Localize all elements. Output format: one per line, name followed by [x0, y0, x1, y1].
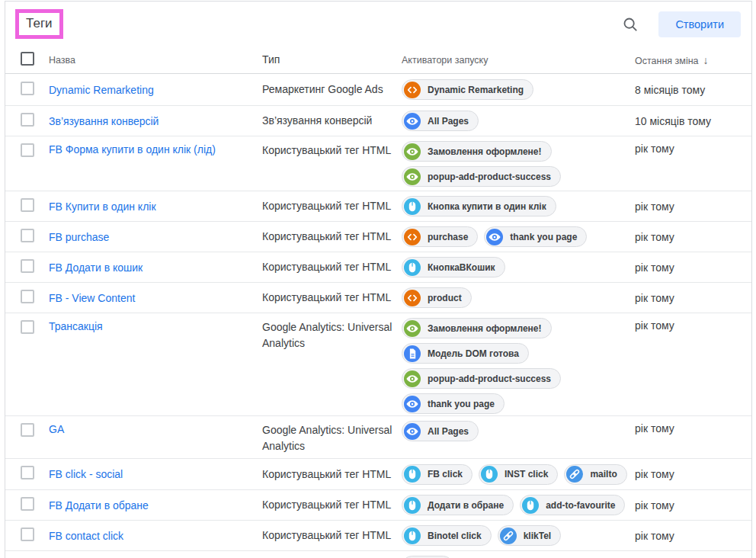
trigger-chip[interactable]: klikTel — [498, 525, 561, 546]
trigger-chip[interactable]: Модель DOM готова — [402, 343, 529, 364]
tag-type: Користувацький тег HTML — [262, 528, 402, 544]
trigger-list: Додати в обранеadd-to-favourite — [402, 495, 635, 515]
trigger-label: thank you page — [510, 232, 577, 242]
pageview-trigger-icon — [404, 423, 421, 440]
custom-event-trigger-icon — [404, 290, 421, 306]
row-checkbox[interactable] — [21, 259, 34, 273]
row-checkbox[interactable] — [21, 290, 34, 303]
row-checkbox[interactable] — [21, 143, 34, 157]
last-modified — [635, 551, 751, 557]
click-trigger-icon — [404, 497, 421, 514]
tag-table-body: Dynamic Remarketing Ремаркетинг Google A… — [5, 74, 751, 558]
trigger-label: add-to-favourite — [546, 500, 615, 511]
row-checkbox[interactable] — [21, 113, 34, 127]
trigger-chip[interactable]: mailto — [564, 464, 626, 485]
select-all-checkbox[interactable] — [21, 52, 34, 66]
pageview-trigger-icon — [404, 320, 421, 337]
row-checkbox[interactable] — [21, 423, 34, 437]
trigger-chip[interactable]: Кнопка купити в один клік — [402, 196, 556, 216]
column-header-last-modified[interactable]: Остання зміна↓ — [635, 54, 751, 66]
click-trigger-icon — [481, 466, 498, 483]
tag-type: Google Analytics: Universal Analytics — [262, 416, 402, 454]
table-row — [5, 551, 751, 558]
tag-name-link[interactable]: FB Купити в один клік — [49, 200, 167, 213]
table-row: FB - View Content Користувацький тег HTM… — [5, 283, 751, 313]
trigger-list: Замовлення оформлене!Модель DOM готоваpo… — [402, 313, 635, 414]
trigger-chip[interactable]: КнопкаВКошик — [402, 257, 505, 277]
trigger-chip[interactable]: thank you page — [402, 393, 505, 414]
tag-name-link[interactable]: FB purchase — [49, 231, 120, 243]
tag-type: Ремаркетинг Google Ads — [262, 82, 402, 98]
trigger-list: Dynamic Remarketing — [402, 79, 635, 100]
tag-type: Користувацький тег HTML — [262, 290, 402, 306]
tag-type: Користувацький тег HTML — [262, 259, 402, 275]
pageview-trigger-icon — [404, 113, 421, 130]
trigger-chip[interactable]: Додати в обране — [402, 495, 514, 515]
trigger-label: mailto — [590, 469, 617, 479]
last-modified: 10 місяців тому — [635, 115, 751, 127]
trigger-chip[interactable]: INST click — [479, 464, 558, 485]
tag-name-link[interactable]: Зв’язування конверсій — [49, 115, 169, 127]
trigger-list: purchasethank you page — [402, 226, 635, 247]
row-checkbox[interactable] — [21, 497, 34, 511]
trigger-label: thank you page — [428, 399, 495, 409]
dom-ready-trigger-icon — [404, 345, 421, 362]
tag-name-link[interactable]: FB click - social — [49, 468, 133, 480]
trigger-chip[interactable]: add-to-favourite — [520, 495, 625, 515]
table-row: GA Google Analytics: Universal Analytics… — [5, 416, 751, 459]
row-checkbox[interactable] — [21, 82, 34, 95]
row-checkbox[interactable] — [21, 528, 34, 541]
tag-name-link[interactable]: FB - View Content — [49, 292, 146, 304]
table-row: FB Додати в обране Користувацький тег HT… — [5, 490, 751, 521]
link-click-trigger-icon — [566, 466, 583, 483]
tag-name-link[interactable]: FB Додати в кошик — [49, 261, 153, 274]
row-checkbox[interactable] — [21, 229, 34, 242]
column-header-type: Тип — [262, 52, 402, 68]
trigger-chip[interactable]: Замовлення оформлене! — [402, 141, 552, 162]
search-icon[interactable] — [622, 16, 639, 33]
column-header-name: Назва — [49, 55, 262, 66]
trigger-chip[interactable]: product — [402, 287, 472, 308]
trigger-chip[interactable]: Замовлення оформлене! — [402, 318, 552, 338]
trigger-label: Модель DOM готова — [428, 348, 519, 359]
trigger-chip[interactable]: Binotel click — [402, 525, 492, 546]
trigger-chip[interactable]: popup-add-product-success — [402, 166, 561, 187]
row-checkbox[interactable] — [21, 198, 34, 212]
trigger-chip[interactable]: FB click — [402, 464, 472, 485]
table-row: FB contact click Користувацький тег HTML… — [5, 521, 751, 551]
trigger-list: Binotel clickklikTel — [402, 525, 635, 546]
trigger-label: Dynamic Remarketing — [428, 85, 524, 95]
tag-name-link[interactable]: Dynamic Remarketing — [49, 84, 165, 96]
trigger-chip[interactable]: thank you page — [484, 226, 587, 247]
trigger-chip[interactable]: Dynamic Remarketing — [402, 79, 533, 100]
trigger-chip[interactable]: purchase — [402, 226, 478, 247]
custom-event-trigger-icon — [404, 229, 421, 245]
tag-name-link[interactable]: Трансакція — [49, 320, 114, 332]
column-header-triggers: Активатори запуску — [402, 55, 635, 66]
last-modified: рік тому — [635, 530, 751, 542]
topbar: Теги Створити — [5, 2, 751, 46]
trigger-list: КнопкаВКошик — [402, 257, 635, 277]
tag-name-link[interactable]: FB Додати в обране — [49, 499, 159, 512]
tag-name-link[interactable]: FB Форма купити в один клік (лід) — [49, 143, 226, 156]
trigger-label: purchase — [428, 232, 468, 242]
column-header-last-modified-label: Остання зміна — [635, 56, 699, 66]
trigger-list: All Pages — [402, 111, 635, 131]
last-modified: рік тому — [635, 136, 751, 155]
trigger-chip[interactable]: All Pages — [402, 111, 479, 131]
tag-name-link[interactable]: FB contact click — [49, 530, 134, 542]
last-modified: рік тому — [635, 313, 751, 332]
trigger-label: FB click — [428, 469, 463, 479]
create-button[interactable]: Створити — [658, 11, 741, 37]
click-trigger-icon — [522, 497, 539, 514]
trigger-chip[interactable]: popup-add-product-success — [402, 368, 561, 389]
last-modified: рік тому — [635, 468, 751, 480]
row-checkbox[interactable] — [21, 320, 34, 334]
trigger-list — [402, 551, 635, 558]
row-checkbox[interactable] — [21, 466, 34, 479]
tag-type: Користувацький тег HTML — [262, 229, 402, 245]
trigger-label: product — [428, 293, 462, 303]
trigger-chip[interactable]: All Pages — [402, 421, 479, 441]
trigger-list: Кнопка купити в один клік — [402, 196, 635, 216]
tag-name-link[interactable]: GA — [49, 423, 75, 435]
